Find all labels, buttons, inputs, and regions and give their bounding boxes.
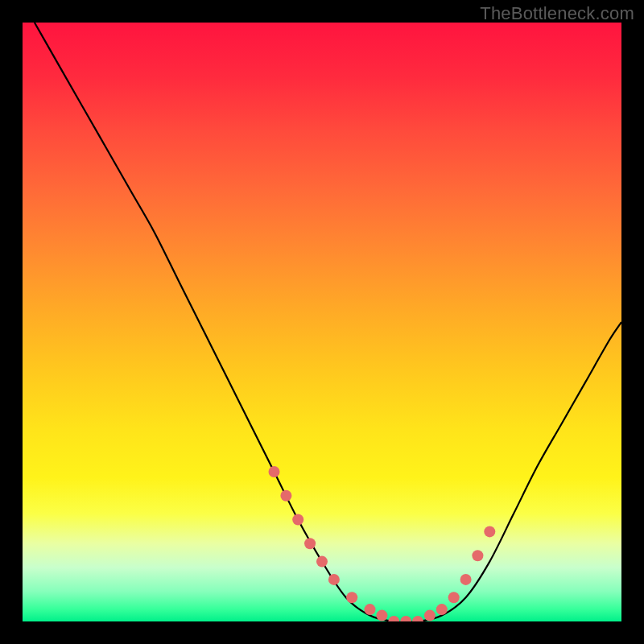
highlight-dot [346,592,357,603]
highlight-dot [280,490,291,502]
highlight-dot [388,616,399,621]
curve-layer [23,23,621,621]
highlight-dot [269,466,280,477]
curve-path [35,23,621,621]
highlight-dot [472,550,483,561]
plot-area [23,23,621,621]
highlight-dot [304,538,316,549]
highlight-dot [400,616,411,621]
highlight-dot [328,574,340,585]
highlight-dot [448,592,460,603]
highlight-dot [436,604,448,615]
highlight-dot [412,616,423,621]
bottleneck-curve [35,23,621,621]
highlight-dot [365,604,376,615]
highlight-dot [316,556,328,568]
highlight-dot [376,610,387,621]
highlight-dot [484,526,495,537]
highlight-dot [424,610,436,621]
highlight-dot [460,574,472,585]
watermark-text: TheBottleneck.com [480,3,634,24]
chart-frame: TheBottleneck.com [0,0,644,644]
highlight-dots [269,466,496,621]
highlight-dot [292,514,303,526]
